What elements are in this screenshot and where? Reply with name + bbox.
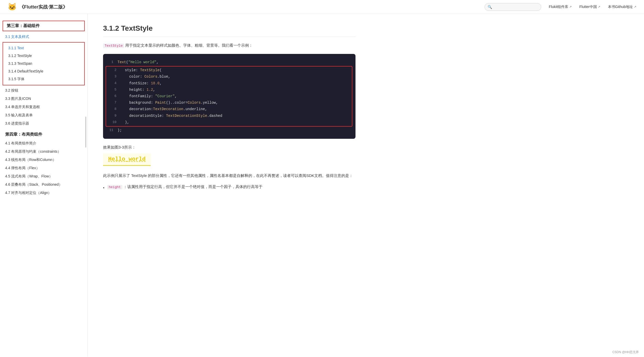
- code-content-2: style: TextStyle(: [121, 67, 347, 74]
- description-text: 此示例只展示了 TextStyle 的部分属性，它还有一些其他属性，属性名基本都…: [103, 172, 355, 179]
- sidebar-item-3-1-4[interactable]: 3.1.4 DefaultTextStyle: [3, 67, 84, 75]
- sidebar-chapter4-title: 第四章：布局类组件: [0, 128, 87, 139]
- line-num-6: 6: [111, 93, 121, 99]
- sidebar-item-4-6[interactable]: 4.6 层叠布局（Stack、Positioned）: [0, 181, 87, 189]
- sidebar-item-3-1-1[interactable]: 3.1.1 Text: [3, 44, 84, 52]
- code-line-10: 10 ),: [106, 119, 352, 126]
- line-num-11: 11: [108, 127, 117, 133]
- sidebar-item-3-1-5[interactable]: 3.1.5 字体: [3, 75, 84, 83]
- sidebar-item-3-1-2[interactable]: 3.1.2 TextStyle: [3, 52, 84, 60]
- sidebar-scrollbar[interactable]: [85, 117, 86, 148]
- nav-flutter-china[interactable]: Flutter中国 ↗: [579, 5, 600, 9]
- line-num-8: 8: [111, 106, 121, 112]
- sidebar-item-4-5[interactable]: 4.5 流式布局（Wrap、Flow）: [0, 172, 87, 181]
- code-block: 1 Text("Hello world", 2 style: TextStyle…: [103, 54, 355, 139]
- line-num-5: 5: [111, 87, 121, 93]
- highlight-box: 2 style: TextStyle( 3 color: Colors.blue…: [106, 66, 352, 127]
- line-num-1: 1: [108, 59, 117, 65]
- line-num-2: 2: [111, 67, 121, 73]
- line-num-3: 3: [111, 74, 121, 79]
- code-content-11: );: [117, 127, 350, 134]
- code-content-5: height: 1.2,: [121, 87, 347, 93]
- ext-icon-2: ↗: [634, 5, 636, 9]
- code-content-10: ),: [121, 119, 347, 126]
- code-block-inner: 1 Text("Hello world", 2 style: TextStyle…: [103, 54, 355, 139]
- code-line-2: 2 style: TextStyle(: [106, 67, 352, 74]
- header: 🐱 《Flutter实战·第二版》 🔍 Flukit组件库 ↗ Flutter中…: [0, 0, 644, 14]
- main-content: 3.1.2 TextStyle TextStyle 用于指定文本显示的样式如颜色…: [88, 14, 371, 356]
- code-content-1: Text("Hello world",: [117, 59, 350, 66]
- logo-icon: 🐱: [8, 3, 17, 11]
- logo[interactable]: 🐱 《Flutter实战·第二版》: [8, 3, 67, 11]
- code-content-3: color: Colors.blue,: [121, 74, 347, 80]
- code-line-11: 11 );: [103, 127, 355, 134]
- page-title: 3.1.2 TextStyle: [103, 24, 355, 37]
- search-icon: 🔍: [488, 5, 492, 9]
- code-line-4: 4 fontSize: 18.0,: [106, 80, 352, 87]
- sidebar-item-3-3[interactable]: 3.3 图片及ICON: [0, 95, 87, 103]
- sidebar-chapter3-title: 第三章：基础组件: [3, 21, 85, 31]
- code-content-4: fontSize: 18.0,: [121, 80, 347, 87]
- sidebar-item-3-4[interactable]: 3.4 单选开关和复选框: [0, 103, 87, 111]
- ext-icon-0: ↗: [569, 5, 572, 9]
- code-content-9: decorationStyle: TextDecorationStyle.das…: [121, 113, 347, 119]
- height-inline-code: height: [107, 185, 122, 189]
- bullet-text: height ：该属性用于指定行高，但它并不是一个绝对值，而是一个因子，具体的行…: [107, 183, 262, 190]
- layout: 第三章：基础组件 3.1 文本及样式 3.1.1 Text 3.1.2 Text…: [0, 14, 644, 356]
- sidebar-item-4-3[interactable]: 4.3 线性布局（Row和Column）: [0, 156, 87, 164]
- code-content-6: fontFamily: "Courier",: [121, 93, 347, 100]
- code-line-9: 9 decorationStyle: TextDecorationStyle.d…: [106, 113, 352, 119]
- nav-flukit[interactable]: Flukit组件库 ↗: [549, 5, 572, 9]
- sidebar-item-4-2[interactable]: 4.2 布局原理与约束（constraints）: [0, 148, 87, 156]
- sidebar-item-3-6[interactable]: 3.6 进度指示器: [0, 119, 87, 128]
- search-area: 🔍: [485, 3, 541, 11]
- textstyle-inline-code: TextStyle: [103, 44, 124, 48]
- result-image: Hello_world: [103, 153, 151, 166]
- code-line-3: 3 color: Colors.blue,: [106, 74, 352, 80]
- line-num-4: 4: [111, 80, 121, 86]
- line-num-7: 7: [111, 100, 121, 106]
- sidebar: 第三章：基础组件 3.1 文本及样式 3.1.1 Text 3.1.2 Text…: [0, 14, 88, 356]
- code-line-1: 1 Text("Hello world",: [103, 59, 355, 66]
- sidebar-item-4-1[interactable]: 4.1 布局类组件简介: [0, 139, 87, 148]
- code-line-5: 5 height: 1.2,: [106, 87, 352, 93]
- code-content-8: decoration:TextDecoration.underline,: [121, 106, 347, 112]
- sidebar-item-4-7[interactable]: 4.7 对齐与相对定位（Align）: [0, 189, 87, 197]
- line-num-9: 9: [111, 113, 121, 119]
- logo-title: 《Flutter实战·第二版》: [19, 4, 67, 10]
- sidebar-section-3-1-group: 3.1.1 Text 3.1.2 TextStyle 3.1.3 TextSpa…: [3, 42, 85, 85]
- sidebar-item-3-2[interactable]: 3.2 按钮: [0, 86, 87, 95]
- line-num-10: 10: [111, 119, 121, 125]
- code-line-8: 8 decoration:TextDecoration.underline,: [106, 106, 352, 112]
- code-line-7: 7 background: Paint()..color=Colors.yell…: [106, 100, 352, 106]
- search-input[interactable]: [485, 3, 541, 11]
- code-content-7: background: Paint()..color=Colors.yellow…: [121, 100, 347, 106]
- hello-world-display: Hello_world: [108, 156, 146, 163]
- nav-github[interactable]: 本书Github地址 ↗: [608, 5, 636, 9]
- result-label: 效果如图3-3所示：: [103, 145, 355, 150]
- code-line-6: 6 fontFamily: "Courier",: [106, 93, 352, 100]
- sidebar-item-4-4[interactable]: 4.4 弹性布局（Flex）: [0, 164, 87, 172]
- intro-text: TextStyle 用于指定文本显示的样式如颜色、字体、粗细、背景等。我们看一个…: [103, 42, 355, 49]
- header-nav: Flukit组件库 ↗ Flutter中国 ↗ 本书Github地址 ↗: [549, 5, 636, 9]
- bullet-item-height: • height ：该属性用于指定行高，但它并不是一个绝对值，而是一个因子，具体…: [103, 183, 355, 191]
- footer-credit: CSDN @HH思无界: [612, 350, 639, 354]
- bullet-dot: •: [103, 184, 105, 191]
- sidebar-item-3-1-3[interactable]: 3.1.3 TextSpan: [3, 60, 84, 67]
- sidebar-item-3-1[interactable]: 3.1 文本及样式: [0, 33, 87, 41]
- sidebar-item-3-5[interactable]: 3.5 输入框及表单: [0, 111, 87, 119]
- ext-icon-1: ↗: [598, 5, 600, 9]
